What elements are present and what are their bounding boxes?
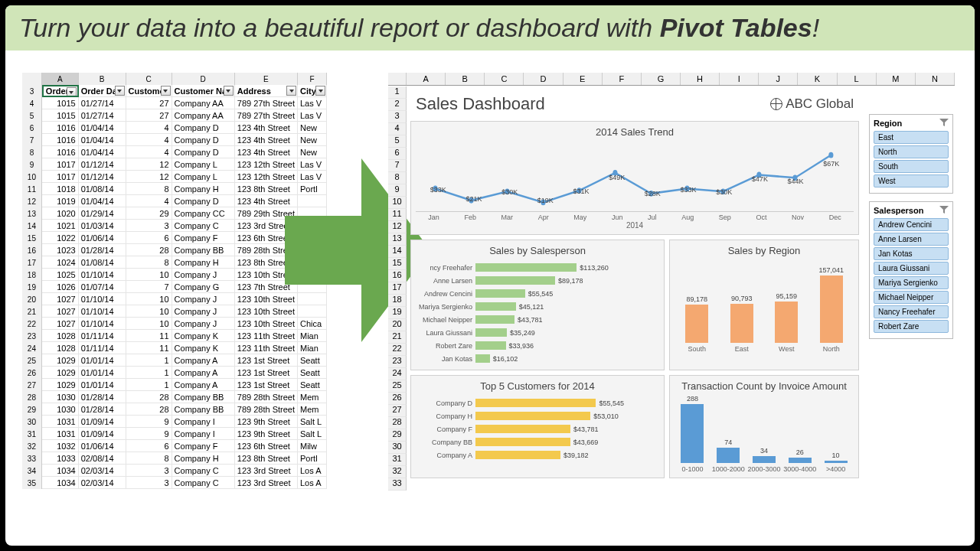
cell[interactable]: 01/11/14 xyxy=(79,342,126,354)
slicer-item[interactable]: West xyxy=(874,174,949,187)
row-header[interactable]: 3 xyxy=(22,85,42,97)
cell[interactable]: 1015 xyxy=(42,109,79,122)
row-header[interactable]: 7 xyxy=(22,134,42,146)
row-header[interactable]: 34 xyxy=(22,465,42,477)
cell[interactable]: 3 xyxy=(126,220,172,232)
sales-by-region-chart[interactable]: Sales by Region 89,178South90,793East95,… xyxy=(669,240,859,370)
row-header[interactable]: 6 xyxy=(388,148,407,160)
filter-dropdown-icon[interactable] xyxy=(67,87,77,97)
row-header[interactable]: 19 xyxy=(388,307,407,319)
cell[interactable]: 01/12/14 xyxy=(79,171,126,183)
cell[interactable]: 1019 xyxy=(42,195,79,207)
slicer-item[interactable]: Anne Larsen xyxy=(874,233,949,246)
row-header[interactable]: 15 xyxy=(388,258,407,270)
col-header[interactable]: D xyxy=(172,73,235,85)
cell[interactable]: 01/08/14 xyxy=(79,256,126,269)
cell[interactable]: 123 1st Street xyxy=(235,354,298,367)
row-header[interactable]: 25 xyxy=(22,354,42,367)
row-header[interactable]: 28 xyxy=(388,417,407,429)
row-header[interactable]: 13 xyxy=(388,233,407,246)
row-header[interactable]: 21 xyxy=(388,331,407,344)
row-header[interactable]: 3 xyxy=(388,111,407,123)
cell[interactable]: 01/10/14 xyxy=(79,318,126,330)
row-header[interactable]: 28 xyxy=(22,391,42,403)
col-header[interactable]: J xyxy=(759,73,798,85)
cell[interactable]: 1028 xyxy=(42,342,79,354)
cell[interactable]: 01/06/14 xyxy=(79,440,126,452)
row-header[interactable]: 6 xyxy=(22,122,42,134)
row-header[interactable]: 4 xyxy=(22,97,42,109)
col-header[interactable]: I xyxy=(720,73,759,85)
cell[interactable]: 1016 xyxy=(42,146,79,158)
cell[interactable]: 1016 xyxy=(42,134,79,146)
cell[interactable]: 9 xyxy=(126,416,172,428)
col-header[interactable]: F xyxy=(298,73,327,85)
cell[interactable]: 123 3rd Street xyxy=(235,465,298,477)
cell[interactable]: 01/28/14 xyxy=(79,391,126,403)
cell[interactable]: Company A xyxy=(172,367,235,379)
row-header[interactable]: 23 xyxy=(22,330,42,342)
row-header[interactable]: 23 xyxy=(388,356,407,368)
row-header[interactable]: 10 xyxy=(22,171,42,183)
cell[interactable]: Company K xyxy=(172,342,235,354)
col-header[interactable]: B xyxy=(446,73,485,85)
row-header[interactable]: 22 xyxy=(388,344,407,356)
row-header[interactable]: 31 xyxy=(22,428,42,440)
cell[interactable]: Las V xyxy=(298,109,327,122)
cell[interactable]: 4 xyxy=(126,195,172,207)
cell[interactable]: 1026 xyxy=(42,281,79,293)
slicer-item[interactable]: Mariya Sergienko xyxy=(874,276,949,289)
col-header[interactable]: F xyxy=(603,73,642,85)
row-header[interactable]: 14 xyxy=(388,246,407,258)
cell[interactable]: 01/08/14 xyxy=(79,183,126,195)
cell[interactable]: Company J xyxy=(172,305,235,318)
cell[interactable]: 28 xyxy=(126,403,172,416)
filter-dropdown-icon[interactable] xyxy=(315,86,325,96)
row-header[interactable]: 27 xyxy=(22,379,42,391)
cell[interactable]: Company C xyxy=(172,465,235,477)
cell[interactable]: Company L xyxy=(172,171,235,183)
row-header[interactable]: 16 xyxy=(388,270,407,282)
cell[interactable]: Mian xyxy=(298,342,327,354)
row-header[interactable]: 22 xyxy=(22,318,42,330)
row-header[interactable]: 14 xyxy=(22,220,42,232)
cell[interactable]: 123 9th Street xyxy=(235,416,298,428)
cell[interactable]: 1030 xyxy=(42,403,79,416)
cell[interactable]: 123 1st Street xyxy=(235,379,298,391)
cell[interactable]: 8 xyxy=(126,256,172,269)
cell[interactable]: Company AA xyxy=(172,97,235,109)
cell[interactable]: 4 xyxy=(126,146,172,158)
cell[interactable]: Company F xyxy=(172,440,235,452)
row-header[interactable]: 27 xyxy=(388,405,407,417)
cell[interactable]: 29 xyxy=(126,207,172,220)
cell[interactable]: Company I xyxy=(172,416,235,428)
cell[interactable]: New xyxy=(298,122,327,134)
cell[interactable]: 12 xyxy=(126,171,172,183)
row-header[interactable]: 12 xyxy=(388,221,407,233)
cell[interactable]: Seatt xyxy=(298,354,327,367)
row-header[interactable]: 16 xyxy=(22,244,42,256)
cell[interactable]: 01/04/14 xyxy=(79,195,126,207)
row-header[interactable]: 19 xyxy=(22,281,42,293)
cell[interactable]: 1 xyxy=(126,354,172,367)
cell[interactable]: 1029 xyxy=(42,379,79,391)
cell[interactable]: 01/09/14 xyxy=(79,416,126,428)
cell[interactable]: 1024 xyxy=(42,256,79,269)
cell[interactable]: 02/03/14 xyxy=(79,477,126,489)
row-header[interactable]: 35 xyxy=(22,477,42,489)
cell[interactable]: Company H xyxy=(172,452,235,465)
cell[interactable]: 02/08/14 xyxy=(79,452,126,465)
cell[interactable]: 12 xyxy=(126,158,172,171)
cell[interactable]: 1032 xyxy=(42,440,79,452)
cell[interactable]: 1033 xyxy=(42,452,79,465)
sales-by-salesperson-chart[interactable]: Sales by Salesperson ncy Freehafer$113,2… xyxy=(410,240,665,370)
filter-dropdown-icon[interactable] xyxy=(224,86,234,96)
cell[interactable]: 02/03/14 xyxy=(79,465,126,477)
cell[interactable]: Portl xyxy=(298,452,327,465)
row-header[interactable]: 21 xyxy=(22,305,42,318)
row-header[interactable]: 11 xyxy=(22,183,42,195)
cell[interactable]: 01/04/14 xyxy=(79,134,126,146)
row-header[interactable]: 10 xyxy=(388,197,407,209)
filter-dropdown-icon[interactable] xyxy=(161,86,171,96)
col-header[interactable]: K xyxy=(798,73,837,85)
